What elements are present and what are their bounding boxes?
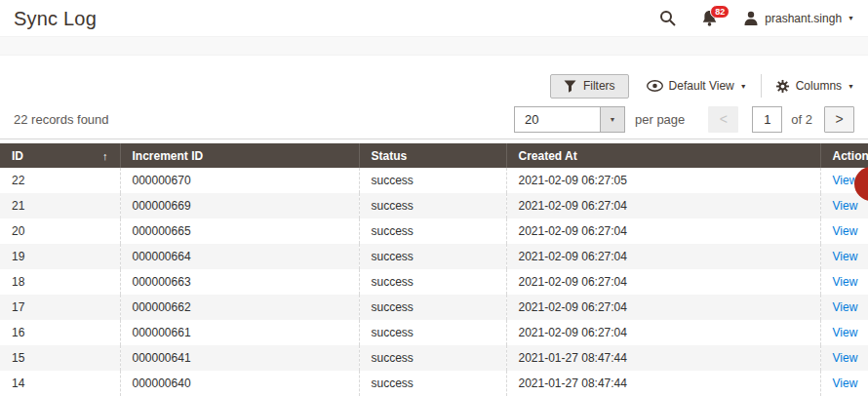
view-link[interactable]: View [833,275,858,289]
notification-count-badge: 82 [710,5,730,19]
table-row: 15 000000641 success 2021-01-27 08:47:44… [0,345,868,371]
per-page-caret-box: ▼ [600,107,624,132]
filters-button[interactable]: Filters [550,74,629,99]
toolbar-divider [761,74,762,98]
total-pages-label: of 2 [791,112,812,127]
filter-funnel-icon [564,80,576,93]
header-actions: 82 prashant.singh ▼ [659,8,854,26]
eye-icon [647,80,663,92]
column-header-action[interactable]: Action [820,143,868,168]
cell-id: 14 [0,371,120,396]
page-header: Sync Log 82 [0,0,868,36]
cell-status: success [359,371,506,396]
cell-created-at: 2021-01-27 08:47:44 [506,371,820,396]
view-link[interactable]: View [833,326,858,339]
data-grid-wrap: ID ↑ Increment ID Status Created At Acti… [0,139,868,396]
cell-action: View [820,218,868,244]
cell-increment-id: 000000641 [120,345,359,371]
search-icon [659,10,676,26]
grid-toolbar: Filters Default View ▼ [0,72,868,99]
per-page-label: per page [635,112,685,127]
per-page-value: 20 [515,107,600,132]
view-link[interactable]: View [833,224,858,238]
page-title: Sync Log [14,8,97,30]
cell-created-at: 2021-02-09 06:27:04 [506,295,820,320]
view-link[interactable]: View [833,199,858,213]
cell-status: success [359,295,506,320]
cell-created-at: 2021-02-09 06:27:04 [506,320,820,345]
column-header-status[interactable]: Status [359,143,506,168]
cell-increment-id: 000000661 [120,320,359,345]
default-view-label: Default View [669,79,734,93]
cell-created-at: 2021-01-27 08:47:44 [506,345,820,371]
cell-status: success [359,193,506,218]
table-row: 20 000000665 success 2021-02-09 06:27:04… [0,218,868,244]
cell-created-at: 2021-02-09 06:27:04 [506,244,820,269]
table-row: 17 000000662 success 2021-02-09 06:27:04… [0,295,868,320]
column-header-id[interactable]: ID ↑ [0,143,120,168]
cell-created-at: 2021-02-09 06:27:04 [506,193,820,218]
filters-button-label: Filters [583,79,615,93]
notifications-button[interactable]: 82 [701,10,718,26]
cell-status: success [359,244,506,269]
cell-status: success [359,320,506,345]
gear-icon [775,79,790,94]
search-button[interactable] [659,10,676,26]
table-header-row: ID ↑ Increment ID Status Created At Acti… [0,143,868,168]
table-row: 18 000000663 success 2021-02-09 06:27:04… [0,269,868,295]
current-page-input[interactable] [752,106,782,133]
cell-id: 16 [0,320,120,345]
sync-log-table: ID ↑ Increment ID Status Created At Acti… [0,143,868,396]
view-link[interactable]: View [833,351,858,365]
next-page-button[interactable]: > [824,106,854,133]
pagination: 20 ▼ per page < of 2 > [514,106,854,133]
cell-action: View [820,295,868,320]
cell-action: View [820,320,868,345]
cell-id: 18 [0,269,120,295]
username-label: prashant.singh [765,12,842,25]
column-header-created-at[interactable]: Created At [506,143,820,168]
cell-increment-id: 000000640 [120,371,359,396]
chevron-down-icon: ▼ [848,83,854,90]
column-header-label: ID [12,149,23,163]
table-row: 19 000000664 success 2021-02-09 06:27:04… [0,244,868,269]
table-body: 22 000000670 success 2021-02-09 06:27:05… [0,168,868,396]
previous-page-button[interactable]: < [708,106,738,133]
cell-id: 15 [0,345,120,371]
columns-label: Columns [796,79,842,93]
cell-action: View [820,244,868,269]
sort-ascending-icon: ↑ [102,150,108,162]
default-view-control[interactable]: Default View ▼ [647,79,747,93]
view-link[interactable]: View [833,250,858,263]
view-link[interactable]: View [833,376,858,390]
cell-increment-id: 000000662 [120,295,359,320]
cell-id: 17 [0,295,120,320]
records-found-label: 22 records found [14,112,109,127]
cell-status: success [359,168,506,193]
per-page-select[interactable]: 20 ▼ [514,106,625,133]
cell-created-at: 2021-02-09 06:27:04 [506,269,820,295]
cell-status: success [359,218,506,244]
cell-increment-id: 000000665 [120,218,359,244]
sync-log-page: Sync Log 82 [0,0,868,396]
cell-id: 22 [0,168,120,193]
chevron-down-icon: ▼ [848,15,854,21]
cell-increment-id: 000000670 [120,168,359,193]
cell-created-at: 2021-02-09 06:27:05 [506,168,820,193]
view-link[interactable]: View [833,300,858,314]
table-row: 14 000000640 success 2021-01-27 08:47:44… [0,371,868,396]
cell-status: success [359,269,506,295]
chevron-down-icon: ▼ [740,83,747,90]
table-row: 22 000000670 success 2021-02-09 06:27:05… [0,168,868,193]
column-header-increment-id[interactable]: Increment ID [120,143,359,168]
cell-action: View [820,371,868,396]
cell-increment-id: 000000664 [120,244,359,269]
cell-action: View [820,269,868,295]
columns-control[interactable]: Columns ▼ [775,79,854,94]
table-row: 16 000000661 success 2021-02-09 06:27:04… [0,320,868,345]
records-row: 22 records found 20 ▼ per page < of 2 > [0,99,868,139]
cell-increment-id: 000000663 [120,269,359,295]
breadcrumb-bar [0,36,868,56]
cell-id: 19 [0,244,120,269]
user-menu[interactable]: prashant.singh ▼ [743,11,854,26]
